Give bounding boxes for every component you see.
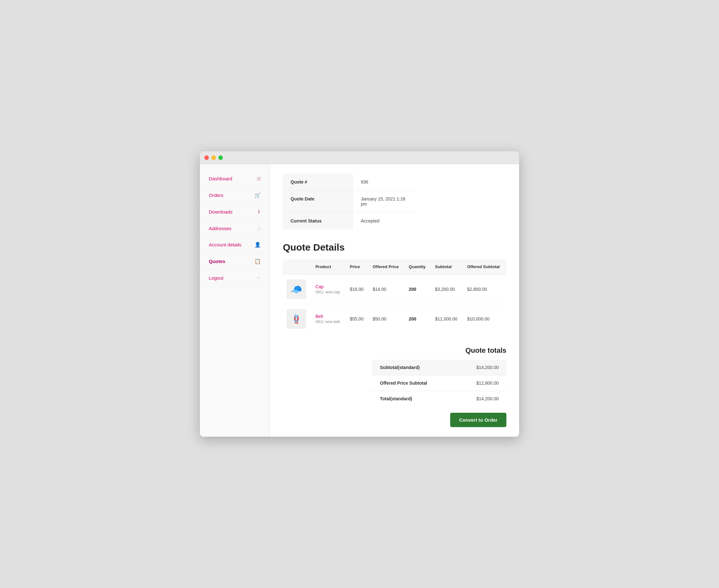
sidebar-item-downloads[interactable]: Downloads⬇ [200, 204, 270, 220]
price-cell: $16.00 [346, 275, 369, 304]
section-title: Quote Details [283, 242, 506, 253]
totals-table: Subtotal(standard)$14,200.00Offered Pric… [372, 360, 506, 406]
col-price: Price [346, 259, 369, 275]
col-product: Product [312, 259, 346, 275]
sidebar-icon-quotes: 📋 [254, 258, 261, 264]
product-thumbnail: 🪢 [287, 309, 306, 329]
totals-row: Total(standard)$14,200.00 [372, 391, 506, 406]
quote-info-row: Quote #936 [283, 174, 417, 191]
offered-price-cell: $50.00 [369, 304, 405, 334]
subtotal-cell: $3,200.00 [431, 275, 464, 304]
sidebar-label-orders: Orders [209, 192, 224, 198]
content-area: Dashboard⊞Orders🛒Downloads⬇Addresses⌂Acc… [200, 164, 519, 437]
quote-info-label: Quote # [283, 174, 353, 190]
totals-label: Total(standard) [380, 396, 412, 401]
col-offered-subtotal: Offered Subtotal [463, 259, 506, 275]
quote-info-value: January 15, 2021 1:18 pm [353, 191, 417, 212]
offered-price-cell: $14.00 [369, 275, 405, 304]
quote-info-row: Current StatusAccepted [283, 213, 417, 229]
offered-subtotal-cell: $2,800.00 [463, 275, 506, 304]
product-cell: BeltSKU: woo-belt [312, 304, 346, 334]
product-thumbnail: 🧢 [287, 280, 306, 299]
price-cell: $55.00 [346, 304, 369, 334]
sidebar-icon-account-details: 👤 [254, 241, 261, 248]
sidebar-icon-addresses: ⌂ [258, 225, 261, 231]
maximize-button[interactable] [218, 155, 223, 160]
details-header-row: ProductPriceOffered PriceQuantitySubtota… [283, 259, 506, 275]
sidebar-label-addresses: Addresses [209, 226, 231, 231]
product-image-cell: 🧢 [283, 275, 312, 304]
col-quantity: Quantity [405, 259, 431, 275]
quote-info-row: Quote DateJanuary 15, 2021 1:18 pm [283, 191, 417, 213]
product-link-belt[interactable]: Belt [315, 314, 342, 319]
quote-details-table: ProductPriceOffered PriceQuantitySubtota… [283, 259, 506, 334]
quote-info-label: Current Status [283, 213, 353, 229]
sidebar-item-orders[interactable]: Orders🛒 [200, 187, 270, 204]
col-image [283, 259, 312, 275]
details-table-body: 🧢CapSKU: woo-cap$16.00$14.00200$3,200.00… [283, 275, 506, 334]
sidebar-label-quotes: Quotes [209, 258, 226, 264]
sidebar-icon-downloads: ⬇ [257, 209, 261, 215]
offered-subtotal-cell: $10,000.00 [463, 304, 506, 334]
sidebar-label-dashboard: Dashboard [209, 176, 232, 181]
totals-row: Offered Price Subtotal$12,800.00 [372, 375, 506, 391]
totals-label: Offered Price Subtotal [380, 380, 427, 385]
sidebar-icon-logout: → [256, 275, 261, 280]
sidebar-item-addresses[interactable]: Addresses⌂ [200, 220, 270, 236]
convert-to-order-button[interactable]: Convert to Order [450, 413, 506, 427]
sidebar-icon-dashboard: ⊞ [257, 175, 261, 182]
close-button[interactable] [204, 155, 209, 160]
totals-value: $12,800.00 [477, 380, 499, 385]
quantity-cell: 200 [405, 304, 431, 334]
product-image-cell: 🪢 [283, 304, 312, 334]
quantity-cell: 200 [405, 275, 431, 304]
sidebar-label-account-details: Account details [209, 242, 241, 247]
table-row: 🪢BeltSKU: woo-belt$55.00$50.00200$11,000… [283, 304, 506, 334]
quote-info-label: Quote Date [283, 191, 353, 212]
titlebar [200, 151, 519, 164]
sidebar-label-logout: Logout [209, 275, 224, 280]
totals-value: $14,200.00 [477, 396, 499, 401]
totals-row: Subtotal(standard)$14,200.00 [372, 360, 506, 375]
totals-label: Subtotal(standard) [380, 365, 420, 370]
sidebar-item-account-details[interactable]: Account details👤 [200, 236, 270, 253]
sidebar-label-downloads: Downloads [209, 209, 232, 214]
main-content: Quote #936Quote DateJanuary 15, 2021 1:1… [270, 164, 519, 437]
product-sku: SKU: woo-belt [315, 319, 340, 324]
col-offered-price: Offered Price [369, 259, 405, 275]
quote-info-value: Accepted [353, 213, 417, 229]
table-row: 🧢CapSKU: woo-cap$16.00$14.00200$3,200.00… [283, 275, 506, 304]
sidebar-item-logout[interactable]: Logout→ [200, 270, 270, 286]
product-cell: CapSKU: woo-cap [312, 275, 346, 304]
col-subtotal: Subtotal [431, 259, 464, 275]
product-sku: SKU: woo-cap [315, 290, 340, 294]
quote-info-value: 936 [353, 174, 417, 190]
sidebar-item-quotes[interactable]: Quotes📋 [200, 253, 270, 270]
product-link-cap[interactable]: Cap [315, 284, 342, 289]
minimize-button[interactable] [211, 155, 216, 160]
sidebar: Dashboard⊞Orders🛒Downloads⬇Addresses⌂Acc… [200, 164, 270, 437]
subtotal-cell: $11,000.00 [431, 304, 464, 334]
sidebar-item-dashboard[interactable]: Dashboard⊞ [200, 170, 270, 187]
sidebar-icon-orders: 🛒 [254, 192, 261, 198]
quote-info-table: Quote #936Quote DateJanuary 15, 2021 1:1… [283, 174, 417, 229]
app-window: Dashboard⊞Orders🛒Downloads⬇Addresses⌂Acc… [200, 151, 519, 437]
quote-totals-section: Quote totals Subtotal(standard)$14,200.0… [283, 346, 506, 427]
totals-value: $14,200.00 [477, 365, 499, 370]
details-table-head: ProductPriceOffered PriceQuantitySubtota… [283, 259, 506, 275]
quote-totals-title: Quote totals [465, 346, 506, 355]
